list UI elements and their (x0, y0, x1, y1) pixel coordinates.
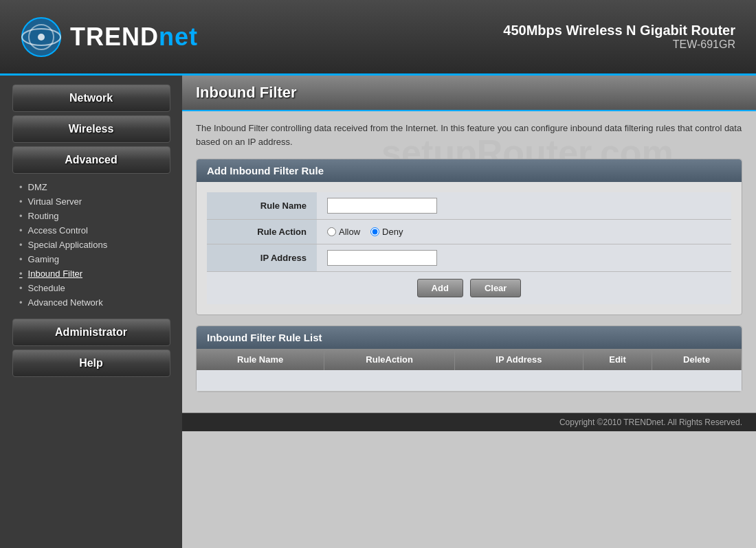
rule-table-header-row: Rule Name RuleAction IP Address Edit Del… (197, 349, 742, 370)
sidebar-item-access-control[interactable]: Access Control (0, 223, 182, 238)
sidebar-item-routing[interactable]: Routing (0, 209, 182, 223)
sidebar-item-special-applications[interactable]: Special Applications (0, 238, 182, 252)
rule-action-label: Rule Action (207, 220, 317, 244)
add-filter-section-body: Rule Name Rule Action (197, 182, 742, 315)
empty-row (197, 370, 742, 391)
ip-address-row: IP Address (207, 244, 731, 272)
copyright-text: Copyright ©2010 TRENDnet. All Rights Res… (559, 418, 742, 427)
sidebar-item-gaming[interactable]: Gaming (0, 252, 182, 266)
rule-name-row: Rule Name (207, 192, 731, 220)
ip-address-input[interactable] (327, 250, 437, 266)
trendnet-logo-icon (21, 16, 62, 58)
clear-button[interactable]: Clear (470, 279, 522, 297)
filter-list-section-body: Rule Name RuleAction IP Address Edit Del… (197, 349, 742, 391)
rule-name-cell (317, 192, 731, 220)
product-name: 450Mbps Wireless N Gigabit Router (503, 23, 735, 38)
sidebar: Network Wireless Advanced DMZ Virtual Se… (0, 76, 182, 548)
col-delete: Delete (652, 349, 742, 370)
rule-action-row: Rule Action Allow (207, 220, 731, 244)
allow-radio[interactable] (327, 227, 336, 236)
content-body: setupRouter.com The Inbound Filter contr… (182, 111, 756, 413)
main-layout: Network Wireless Advanced DMZ Virtual Se… (0, 76, 756, 548)
empty-cell (197, 370, 742, 391)
allow-label: Allow (339, 227, 360, 237)
col-edit: Edit (583, 349, 652, 370)
add-filter-form-table: Rule Name Rule Action (207, 192, 731, 272)
sidebar-wireless-button[interactable]: Wireless (12, 115, 170, 143)
description-text: The Inbound Filter controlling data rece… (196, 122, 742, 148)
deny-label: Deny (382, 227, 403, 237)
rule-action-radio-group: Allow Deny (327, 227, 721, 237)
rule-action-cell: Allow Deny (317, 220, 731, 244)
rule-table-head: Rule Name RuleAction IP Address Edit Del… (197, 349, 742, 370)
deny-radio-label[interactable]: Deny (370, 227, 403, 237)
sidebar-item-inbound-filter[interactable]: Inbound Filter (0, 266, 182, 281)
rule-name-input[interactable] (327, 198, 437, 214)
deny-radio[interactable] (370, 227, 379, 236)
add-filter-section-title: Add Inbound Filter Rule (207, 165, 731, 176)
ip-address-cell (317, 244, 731, 272)
filter-rule-list-section: Inbound Filter Rule List Rule Name RuleA… (196, 326, 742, 392)
col-ip-address: IP Address (455, 349, 583, 370)
content-area: Inbound Filter setupRouter.com The Inbou… (182, 76, 756, 548)
sidebar-advanced-button[interactable]: Advanced (12, 146, 170, 174)
logo-text: TRENDnet (70, 23, 198, 52)
sidebar-item-virtual-server[interactable]: Virtual Server (0, 194, 182, 209)
sidebar-item-schedule[interactable]: Schedule (0, 281, 182, 295)
model-number: TEW-691GR (503, 38, 735, 51)
col-rule-action: RuleAction (324, 349, 455, 370)
footer: Copyright ©2010 TRENDnet. All Rights Res… (182, 413, 756, 431)
rule-table-body (197, 370, 742, 391)
header: TRENDnet 450Mbps Wireless N Gigabit Rout… (0, 0, 756, 76)
advanced-submenu: DMZ Virtual Server Routing Access Contro… (0, 177, 182, 315)
sidebar-help-button[interactable]: Help (12, 350, 170, 377)
content-header: Inbound Filter (182, 76, 756, 111)
filter-list-section-header: Inbound Filter Rule List (197, 326, 742, 349)
form-button-row: Add Clear (207, 272, 731, 304)
col-rule-name: Rule Name (197, 349, 324, 370)
add-filter-rule-section: Add Inbound Filter Rule Rule Name (196, 159, 742, 315)
sidebar-network-button[interactable]: Network (12, 84, 170, 112)
add-button[interactable]: Add (417, 279, 463, 297)
filter-list-section-title: Inbound Filter Rule List (207, 332, 731, 343)
rule-list-table: Rule Name RuleAction IP Address Edit Del… (197, 349, 742, 391)
sidebar-administrator-button[interactable]: Administrator (12, 319, 170, 346)
sidebar-item-dmz[interactable]: DMZ (0, 180, 182, 194)
svg-point-3 (38, 34, 45, 41)
add-filter-section-header: Add Inbound Filter Rule (197, 159, 742, 182)
ip-address-label: IP Address (207, 244, 317, 272)
page-title: Inbound Filter (196, 84, 742, 102)
rule-name-label: Rule Name (207, 192, 317, 220)
sidebar-item-advanced-network[interactable]: Advanced Network (0, 295, 182, 310)
logo-trend: TREND (70, 23, 159, 51)
logo-area: TRENDnet (21, 16, 198, 58)
logo-net: net (159, 23, 198, 51)
header-right: 450Mbps Wireless N Gigabit Router TEW-69… (503, 23, 735, 51)
allow-radio-label[interactable]: Allow (327, 227, 360, 237)
